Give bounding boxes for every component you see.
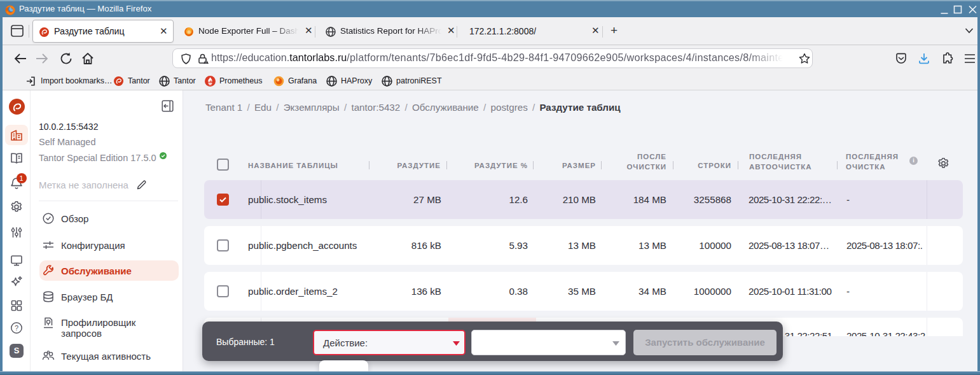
svg-text:?: ? <box>15 324 18 332</box>
